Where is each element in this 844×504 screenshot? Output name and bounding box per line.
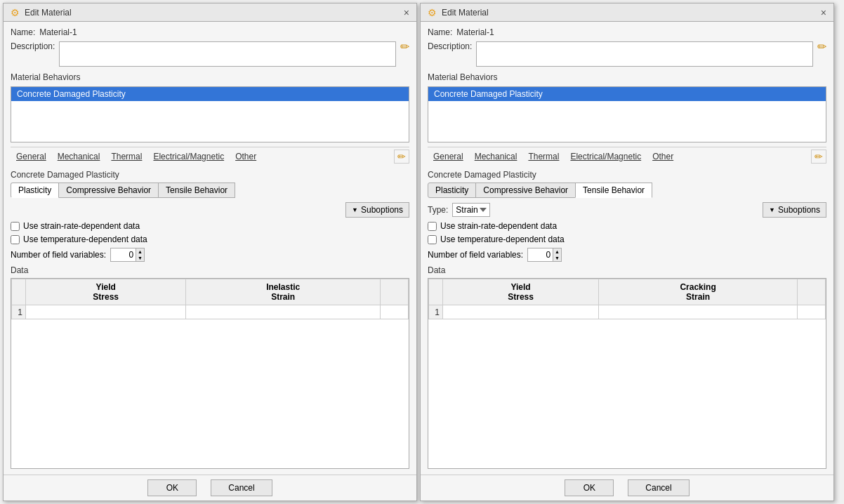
dialog1-temp-dep-checkbox[interactable] <box>11 235 20 244</box>
dialog2-concrete-title: Concrete Damaged Plasticity <box>428 170 826 180</box>
dialog1-title-text: Edit Material <box>25 8 72 18</box>
dialog2-name-label: Name: <box>428 27 452 37</box>
dialog2-menu-other[interactable]: Other <box>647 150 679 163</box>
dialog2-temp-dep-label: Use temperature-dependent data <box>440 234 565 244</box>
dialog2-strain-rate-checkbox[interactable] <box>428 222 437 231</box>
dialog2-name-row: Name: Material-1 <box>428 27 826 37</box>
dialog1-titlebar: ⚙ Edit Material × <box>4 4 416 22</box>
dialog1-tab-compressive[interactable]: Compressive Behavior <box>58 183 159 198</box>
dialog1-name-row: Name: Material-1 <box>11 27 409 37</box>
dialog2-strain-rate-label: Use strain-rate-dependent data <box>440 221 557 231</box>
dialog2-temp-dep-row: Use temperature-dependent data <box>428 234 826 244</box>
dialog1-menu-mechanical[interactable]: Mechanical <box>52 150 106 163</box>
dialog1-title: ⚙ Edit Material <box>9 7 72 18</box>
dialog2-data-label: Data <box>428 265 826 275</box>
dialog1-behaviors-list[interactable]: Concrete Damaged Plasticity <box>11 86 409 142</box>
dialog2-data-table: Yield Stress Cracking Strain <box>428 279 826 319</box>
dialog2-tab-content: Type: Strain Suboptions Use strain-rate-… <box>428 202 826 469</box>
dialog1-suboptions-button[interactable]: Suboptions <box>345 202 409 218</box>
dialog2-menu-bar: General Mechanical Thermal Electrical/Ma… <box>428 147 826 166</box>
dialog1-temp-dep-row: Use temperature-dependent data <box>11 234 409 244</box>
dialog1-row1-col2[interactable] <box>186 305 381 319</box>
dialog2-col2-header: Cracking Strain <box>599 279 798 305</box>
dialog2-data-row-1: 1 <box>429 305 826 319</box>
dialog2-tab-tensile[interactable]: Tensile Behavior <box>575 183 652 198</box>
dialog2-row1-col1[interactable] <box>443 305 599 319</box>
dialog1-col2-header: Inelastic Strain <box>186 279 381 305</box>
dialog1-tab-plasticity[interactable]: Plasticity <box>11 183 59 198</box>
dialog2-menu-thermal[interactable]: Thermal <box>522 150 565 163</box>
dialog2-menu-mechanical[interactable]: Mechanical <box>469 150 523 163</box>
dialog1-behavior-item[interactable]: Concrete Damaged Plasticity <box>11 87 409 101</box>
dialog1-data-table: Yield Stress Inelastic Strain <box>11 279 409 319</box>
dialog2-menu-general[interactable]: General <box>428 150 469 163</box>
dialog2-tab-plasticity[interactable]: Plasticity <box>428 183 476 198</box>
dialog1-data-table-wrap[interactable]: Yield Stress Inelastic Strain <box>11 278 409 469</box>
dialog2-footer: OK Cancel <box>421 475 833 500</box>
dialog1-name-label: Name: <box>11 27 35 37</box>
dialog1-menu-electrical[interactable]: Electrical/Magnetic <box>147 150 230 163</box>
dialog2-tabs-row: Plasticity Compressive Behavior Tensile … <box>428 183 826 198</box>
dialog1-pencil-button[interactable]: ✏ <box>400 41 409 53</box>
dialog2-row1-num: 1 <box>429 305 443 319</box>
dialog1-data-section: Data Yield Stress <box>11 265 409 469</box>
dialog1-field-vars-row: Number of field variables: ▲ ▼ <box>11 248 409 262</box>
dialog2-name-value: Material-1 <box>456 27 494 37</box>
dialog2-behavior-item[interactable]: Concrete Damaged Plasticity <box>428 87 826 101</box>
dialog1-desc-row: Description: ✏ <box>11 41 409 67</box>
dialog2-spin-buttons: ▲ ▼ <box>553 248 562 262</box>
dialog1-row1-col1[interactable] <box>26 305 186 319</box>
dialog1-data-label: Data <box>11 265 409 275</box>
dialog2-col1-header: Yield Stress <box>443 279 599 305</box>
dialog2-pencil-button[interactable]: ✏ <box>817 41 826 53</box>
material-icon-2: ⚙ <box>426 7 437 18</box>
dialog2-type-label: Type: <box>428 205 448 215</box>
dialog1-body: Name: Material-1 Description: ✏ Material… <box>4 22 416 475</box>
dialog1-menu-bar: General Mechanical Thermal Electrical/Ma… <box>11 147 409 166</box>
dialog1-tab-content: Suboptions Use strain-rate-dependent dat… <box>11 202 409 469</box>
dialog1-spin-up[interactable]: ▲ <box>136 248 144 255</box>
dialog2-desc-input[interactable] <box>476 41 813 67</box>
dialog1-footer: OK Cancel <box>4 475 416 500</box>
dialog1-menu-thermal[interactable]: Thermal <box>105 150 147 163</box>
dialog2-behaviors-label: Material Behaviors <box>428 72 826 82</box>
dialog1-menu-other[interactable]: Other <box>230 150 262 163</box>
dialog1-ok-button[interactable]: OK <box>147 479 197 496</box>
dialog2-cancel-button[interactable]: Cancel <box>628 479 689 496</box>
dialog2-suboptions-button[interactable]: Suboptions <box>763 202 826 218</box>
dialog1-menu-general[interactable]: General <box>11 150 52 163</box>
dialog1-cancel-button[interactable]: Cancel <box>211 479 272 496</box>
dialog2-behaviors-list[interactable]: Concrete Damaged Plasticity <box>428 86 826 142</box>
dialog1-tab-tensile[interactable]: Tensile Behavior <box>158 183 235 198</box>
dialog1-desc-input[interactable] <box>59 41 396 67</box>
dialog2-concrete-section: Concrete Damaged Plasticity Plasticity C… <box>428 170 826 469</box>
dialog2-row1-col2[interactable] <box>599 305 798 319</box>
dialog1-tabs-row: Plasticity Compressive Behavior Tensile … <box>11 183 409 198</box>
dialog2-title: ⚙ Edit Material <box>426 7 489 18</box>
dialog2-type-select[interactable]: Strain <box>452 203 490 217</box>
dialog2-spin-up[interactable]: ▲ <box>553 248 561 255</box>
dialog1-row1-num: 1 <box>12 305 26 319</box>
dialog2-tab-compressive[interactable]: Compressive Behavior <box>475 183 576 198</box>
dialog2-menu-electrical[interactable]: Electrical/Magnetic <box>565 150 647 163</box>
dialog1-col1-header: Yield Stress <box>26 279 186 305</box>
dialog2-titlebar: ⚙ Edit Material × <box>421 4 833 22</box>
dialog2-data-table-wrap[interactable]: Yield Stress Cracking Strain <box>428 278 826 469</box>
dialog2-field-vars-input[interactable] <box>527 248 553 262</box>
dialog1-close-button[interactable]: × <box>402 8 411 18</box>
dialog2-spin-down[interactable]: ▼ <box>553 255 561 261</box>
dialog2-field-vars-input-wrap: ▲ ▼ <box>527 248 562 262</box>
dialog2-data-section: Data Yield Stress <box>428 265 826 469</box>
dialog1-menu-edit-button[interactable]: ✏ <box>394 150 409 164</box>
dialog1-concrete-title: Concrete Damaged Plasticity <box>11 170 409 180</box>
dialog2-temp-dep-checkbox[interactable] <box>428 235 437 244</box>
dialog2-body: Name: Material-1 Description: ✏ Material… <box>421 22 833 475</box>
dialog1-data-row-1: 1 <box>12 305 409 319</box>
dialog1-strain-rate-row: Use strain-rate-dependent data <box>11 221 409 231</box>
dialog1-spin-down[interactable]: ▼ <box>136 255 144 261</box>
dialog2-menu-edit-button[interactable]: ✏ <box>811 150 826 164</box>
dialog2-ok-button[interactable]: OK <box>565 479 614 496</box>
dialog1-strain-rate-checkbox[interactable] <box>11 222 20 231</box>
dialog1-field-vars-input[interactable] <box>110 248 136 262</box>
dialog2-close-button[interactable]: × <box>819 8 828 18</box>
